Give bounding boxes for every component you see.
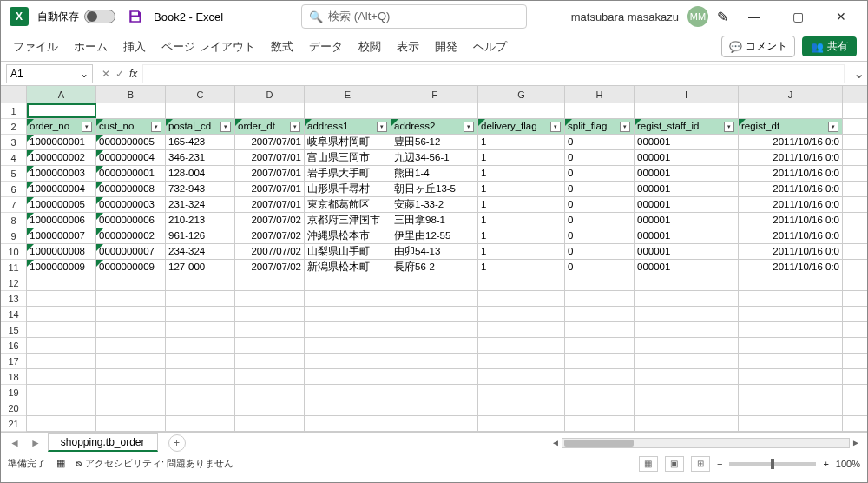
stats-icon[interactable]: ▦: [56, 458, 65, 469]
cell[interactable]: 2011/10/16 0:0: [739, 197, 843, 212]
row-header[interactable]: 14: [1, 307, 26, 322]
zoom-in[interactable]: +: [823, 459, 828, 469]
cell[interactable]: 0000000004: [96, 150, 166, 165]
cell[interactable]: 1000000002: [27, 150, 96, 165]
cell[interactable]: [305, 103, 391, 118]
row-header[interactable]: 20: [1, 400, 26, 416]
cancel-icon[interactable]: ✕: [102, 68, 110, 80]
cell[interactable]: 1000000005: [27, 197, 96, 212]
cell[interactable]: [565, 103, 635, 118]
cell[interactable]: 0000000007: [96, 244, 166, 259]
cell[interactable]: [565, 275, 635, 290]
cell[interactable]: 0: [565, 213, 635, 228]
cell[interactable]: 朝日ヶ丘13-5: [391, 182, 478, 196]
filter-button[interactable]: ▾: [724, 122, 734, 132]
cell[interactable]: [27, 400, 96, 415]
cell[interactable]: 000001: [635, 135, 739, 149]
cell[interactable]: [391, 400, 478, 415]
table-header[interactable]: address2▾: [391, 119, 478, 134]
cell[interactable]: [305, 354, 391, 368]
filter-button[interactable]: ▾: [151, 122, 161, 132]
cell[interactable]: [478, 291, 565, 306]
cell[interactable]: 127-000: [166, 260, 235, 275]
cell[interactable]: 0000000001: [96, 166, 166, 181]
cell[interactable]: [235, 416, 305, 431]
cell[interactable]: [635, 103, 739, 118]
cell[interactable]: 1000000003: [27, 166, 96, 181]
cell[interactable]: [478, 103, 565, 118]
tab-layout[interactable]: ページ レイアウト: [160, 36, 257, 58]
cell[interactable]: 熊田1-4: [391, 166, 478, 181]
col-header-I[interactable]: I: [635, 86, 739, 103]
search-input[interactable]: 🔍 検索 (Alt+Q): [301, 4, 527, 29]
cell[interactable]: 長府56-2: [391, 260, 478, 275]
row-header[interactable]: 15: [1, 322, 26, 338]
cell[interactable]: [96, 322, 166, 337]
filter-button[interactable]: ▾: [550, 122, 561, 132]
zoom-slider[interactable]: [729, 462, 816, 466]
cell[interactable]: 伊里由12-55: [391, 228, 478, 243]
col-header-A[interactable]: A: [27, 86, 96, 103]
filter-button[interactable]: ▾: [290, 122, 300, 132]
cell[interactable]: 2007/07/02: [235, 213, 305, 228]
table-header[interactable]: order_no▾: [27, 119, 96, 134]
cell[interactable]: 0: [565, 150, 635, 165]
cell[interactable]: 0: [565, 244, 635, 259]
cell[interactable]: [565, 400, 635, 415]
cell[interactable]: [478, 354, 565, 368]
view-page[interactable]: ▣: [665, 456, 684, 472]
cell[interactable]: 2007/07/01: [235, 166, 305, 181]
cell[interactable]: [235, 338, 305, 353]
cell[interactable]: [96, 291, 166, 306]
cell[interactable]: [391, 385, 478, 400]
cell[interactable]: 2007/07/02: [235, 260, 305, 275]
cell[interactable]: [235, 322, 305, 337]
cell[interactable]: [565, 354, 635, 368]
cell[interactable]: [739, 369, 843, 384]
cell[interactable]: 山梨県山手町: [305, 244, 391, 259]
cell[interactable]: 1: [478, 244, 565, 259]
cell[interactable]: [166, 416, 235, 431]
cell[interactable]: [27, 291, 96, 306]
cell[interactable]: [235, 400, 305, 415]
filter-button[interactable]: ▾: [620, 122, 630, 132]
cell[interactable]: [739, 322, 843, 337]
cell[interactable]: [739, 400, 843, 415]
cell[interactable]: [739, 416, 843, 431]
cell[interactable]: [96, 275, 166, 290]
cell[interactable]: [235, 103, 305, 118]
row-header[interactable]: 11: [1, 260, 26, 275]
row-header[interactable]: 2: [1, 119, 26, 135]
cell[interactable]: [166, 354, 235, 368]
cell[interactable]: 1: [478, 228, 565, 243]
cell[interactable]: 000001: [635, 260, 739, 275]
cell[interactable]: 安藤1-33-2: [391, 197, 478, 212]
cell[interactable]: 新潟県松木町: [305, 260, 391, 275]
cell[interactable]: 1000000008: [27, 244, 96, 259]
name-box[interactable]: A1⌄: [6, 64, 93, 83]
add-sheet-button[interactable]: +: [168, 434, 186, 452]
cell[interactable]: [305, 275, 391, 290]
cell[interactable]: 1000000009: [27, 260, 96, 275]
cell[interactable]: 1000000004: [27, 182, 96, 196]
cell[interactable]: 2011/10/16 0:0: [739, 166, 843, 181]
cell[interactable]: [565, 338, 635, 353]
cell[interactable]: [166, 322, 235, 337]
cell[interactable]: [235, 307, 305, 321]
cell[interactable]: [739, 385, 843, 400]
cell[interactable]: [96, 103, 166, 118]
share-button[interactable]: 👥 共有: [802, 36, 857, 56]
cell[interactable]: [235, 369, 305, 384]
cell[interactable]: 2011/10/16 0:0: [739, 182, 843, 196]
cell[interactable]: [166, 103, 235, 118]
cell[interactable]: 東京都葛飾区: [305, 197, 391, 212]
cell[interactable]: [478, 307, 565, 321]
cell[interactable]: [478, 322, 565, 337]
hscroll-right[interactable]: ►: [850, 438, 862, 447]
avatar[interactable]: MM: [687, 6, 708, 27]
cell[interactable]: 0000000009: [96, 260, 166, 275]
cell[interactable]: [305, 369, 391, 384]
cell[interactable]: [305, 416, 391, 431]
cell[interactable]: [565, 369, 635, 384]
table-header[interactable]: order_dt▾: [235, 119, 305, 134]
